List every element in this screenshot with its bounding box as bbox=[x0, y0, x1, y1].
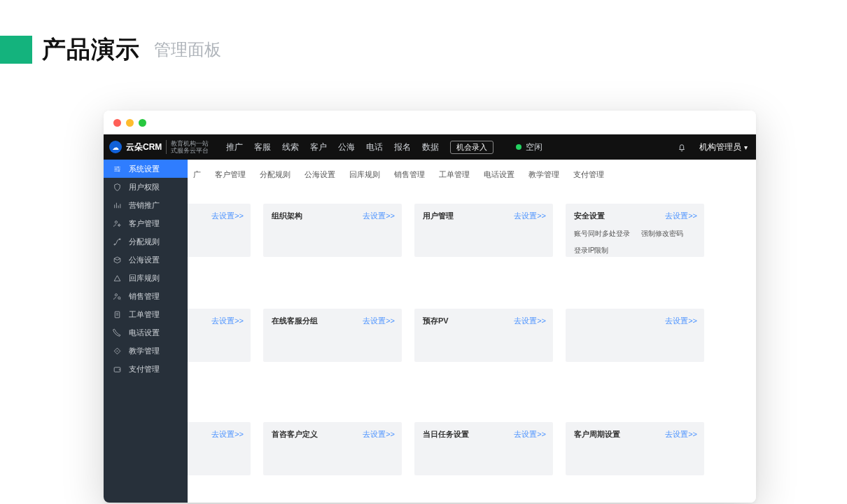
box-icon bbox=[112, 255, 122, 265]
settings-card: 去设置>> bbox=[566, 309, 704, 362]
settings-card: 去设置>> bbox=[188, 309, 251, 362]
sidebar-item-7[interactable]: 销售管理 bbox=[104, 287, 188, 305]
window-max-dot[interactable] bbox=[139, 119, 146, 127]
bars-icon bbox=[112, 200, 122, 210]
window-min-dot[interactable] bbox=[126, 119, 134, 127]
svg-point-5 bbox=[113, 244, 115, 245]
svg-point-7 bbox=[115, 293, 117, 295]
settings-card: 当日任务设置去设置>> bbox=[414, 422, 553, 475]
sidebar-item-4[interactable]: 分配规则 bbox=[104, 232, 188, 251]
agent-status[interactable]: 空闲 bbox=[516, 141, 542, 153]
top-nav-item[interactable]: 推广 bbox=[226, 141, 243, 153]
sidebar-item-5[interactable]: 公海设置 bbox=[104, 251, 188, 269]
wallet-icon bbox=[112, 364, 122, 374]
status-label: 空闲 bbox=[526, 141, 542, 153]
sidebar-item-label: 营销推广 bbox=[129, 200, 160, 211]
phone-icon bbox=[112, 328, 122, 337]
sidebar-item-11[interactable]: 支付管理 bbox=[104, 360, 188, 378]
svg-point-0 bbox=[118, 166, 119, 167]
settings-card: 去设置>> bbox=[188, 422, 251, 475]
sub-tab[interactable]: 支付管理 bbox=[566, 167, 611, 183]
top-nav-item[interactable]: 公海 bbox=[338, 141, 355, 153]
sub-tab[interactable]: 销售管理 bbox=[387, 167, 432, 183]
brand-logo[interactable]: ☁ 云朵CRM 教育机构一站式服务云平台 bbox=[104, 140, 220, 154]
card-go-link[interactable]: 去设置>> bbox=[211, 211, 244, 221]
svg-point-3 bbox=[115, 220, 117, 223]
card-go-link[interactable]: 去设置>> bbox=[514, 316, 546, 326]
brand-cloud-icon: ☁ bbox=[109, 141, 122, 153]
card-go-link[interactable]: 去设置>> bbox=[363, 316, 395, 326]
sub-tab[interactable]: 客户管理 bbox=[208, 167, 253, 183]
route-icon bbox=[112, 237, 122, 246]
top-nav-item[interactable]: 客服 bbox=[254, 141, 271, 153]
doc-icon bbox=[112, 309, 122, 319]
sidebar-item-label: 公海设置 bbox=[129, 255, 160, 265]
card-go-link[interactable]: 去设置>> bbox=[665, 211, 697, 221]
card-go-link[interactable]: 去设置>> bbox=[665, 429, 697, 440]
settings-card: 用户管理去设置>> bbox=[414, 204, 553, 257]
card-go-link[interactable]: 去设置>> bbox=[211, 429, 244, 440]
tag-edit-icon bbox=[112, 346, 122, 356]
card-go-link[interactable]: 去设置>> bbox=[665, 316, 697, 326]
brand-text: 云朵CRM bbox=[126, 141, 162, 153]
sidebar-item-2[interactable]: 营销推广 bbox=[104, 196, 188, 214]
top-nav-item[interactable]: 报名 bbox=[394, 141, 411, 153]
chip: 账号同时多处登录 bbox=[574, 229, 630, 239]
sidebar: 系统设置用户权限营销推广客户管理分配规则公海设置回库规则销售管理工单管理电话设置… bbox=[104, 160, 188, 503]
sidebar-item-label: 分配规则 bbox=[129, 237, 160, 247]
role-dropdown[interactable]: 机构管理员 ▾ bbox=[699, 141, 748, 153]
content-area: 广客户管理分配规则公海设置回库规则销售管理工单管理电话设置教学管理支付管理 去设… bbox=[188, 160, 756, 503]
sidebar-item-10[interactable]: 教学管理 bbox=[104, 342, 188, 360]
sub-tab[interactable]: 分配规则 bbox=[253, 167, 298, 183]
sub-tab[interactable]: 广 bbox=[188, 167, 208, 183]
svg-rect-9 bbox=[115, 312, 120, 318]
sub-tab[interactable]: 公海设置 bbox=[298, 167, 342, 183]
sidebar-item-label: 工单管理 bbox=[129, 309, 160, 320]
topbar: ☁ 云朵CRM 教育机构一站式服务云平台 推广 客服 线索 客户 公海 电话 报… bbox=[104, 134, 756, 160]
card-go-link[interactable]: 去设置>> bbox=[514, 211, 546, 221]
top-nav-item[interactable]: 客户 bbox=[310, 141, 327, 153]
chevron-down-icon: ▾ bbox=[744, 144, 748, 151]
settings-card: 客户周期设置去设置>> bbox=[566, 422, 704, 475]
sidebar-item-label: 客户管理 bbox=[129, 218, 160, 229]
status-dot-icon bbox=[516, 144, 522, 150]
settings-card: 在线客服分组去设置>> bbox=[263, 309, 402, 362]
sub-tab[interactable]: 工单管理 bbox=[432, 167, 477, 183]
top-nav-item[interactable]: 数据 bbox=[422, 141, 439, 153]
card-row: 去设置>>首咨客户定义去设置>>当日任务设置去设置>>客户周期设置去设置>> bbox=[188, 422, 749, 475]
sidebar-item-label: 教学管理 bbox=[129, 346, 160, 356]
settings-card: 组织架构去设置>> bbox=[263, 204, 402, 257]
card-go-link[interactable]: 去设置>> bbox=[363, 429, 395, 440]
bell-icon[interactable] bbox=[677, 142, 687, 152]
settings-card: 预存PV去设置>> bbox=[414, 309, 553, 362]
sidebar-item-3[interactable]: 客户管理 bbox=[104, 214, 188, 232]
sidebar-item-6[interactable]: 回库规则 bbox=[104, 269, 188, 287]
page-title: 产品演示 bbox=[42, 34, 140, 66]
sidebar-item-0[interactable]: 系统设置 bbox=[104, 160, 188, 178]
sub-tab[interactable]: 回库规则 bbox=[342, 167, 387, 183]
window-close-dot[interactable] bbox=[113, 119, 121, 127]
user-gear-icon bbox=[112, 218, 122, 228]
sidebar-item-8[interactable]: 工单管理 bbox=[104, 305, 188, 323]
settings-sliders-icon bbox=[112, 164, 122, 174]
chip: 登录IP限制 bbox=[574, 246, 608, 255]
window-traffic-lights bbox=[104, 111, 756, 134]
record-button[interactable]: 机会录入 bbox=[450, 141, 493, 154]
sub-tab[interactable]: 电话设置 bbox=[477, 167, 522, 183]
top-nav-item[interactable]: 线索 bbox=[282, 141, 299, 153]
settings-card: 去设置>> bbox=[188, 204, 251, 257]
app-window: ☁ 云朵CRM 教育机构一站式服务云平台 推广 客服 线索 客户 公海 电话 报… bbox=[104, 111, 756, 503]
sub-tab[interactable]: 教学管理 bbox=[522, 167, 566, 183]
sidebar-item-9[interactable]: 电话设置 bbox=[104, 323, 188, 342]
card-go-link[interactable]: 去设置>> bbox=[514, 429, 546, 440]
card-go-link[interactable]: 去设置>> bbox=[211, 316, 244, 326]
card-row: 去设置>>组织架构去设置>>用户管理去设置>>安全设置去设置>>账号同时多处登录… bbox=[188, 204, 749, 257]
card-go-link[interactable]: 去设置>> bbox=[363, 211, 395, 221]
shield-icon bbox=[112, 182, 122, 192]
top-nav: 推广 客服 线索 客户 公海 电话 报名 数据 bbox=[226, 141, 439, 153]
top-nav-item[interactable]: 电话 bbox=[366, 141, 383, 153]
sidebar-item-label: 回库规则 bbox=[129, 273, 160, 284]
card-row: 去设置>>在线客服分组去设置>>预存PV去设置>>去设置>> bbox=[188, 309, 749, 362]
sidebar-item-1[interactable]: 用户权限 bbox=[104, 178, 188, 196]
cards-container: 去设置>>组织架构去设置>>用户管理去设置>>安全设置去设置>>账号同时多处登录… bbox=[188, 204, 756, 475]
